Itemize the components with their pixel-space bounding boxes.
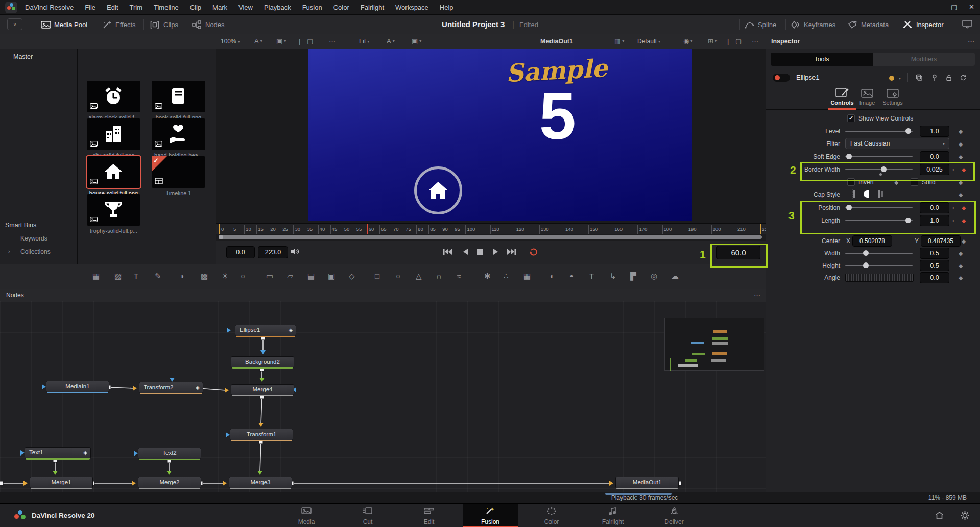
bender3d-tool-icon[interactable]: ↳ (610, 272, 616, 281)
menu-playback[interactable]: Playback (258, 0, 297, 15)
clip-thumbnail-alarm-clock-solid-f-[interactable] (87, 81, 140, 112)
nodes-options-icon[interactable]: ⋯ (754, 289, 760, 301)
toolbar-button-inspector[interactable]: Inspector (903, 15, 943, 34)
slider-thumb-width[interactable] (863, 250, 869, 256)
node-input-marker[interactable] (226, 432, 230, 437)
menu-file[interactable]: File (79, 0, 101, 15)
node-merge4[interactable]: Merge4 (231, 384, 294, 395)
fit-dropdown[interactable]: Fit▾ (359, 38, 369, 45)
particles-emitter-icon[interactable]: ✱ (484, 272, 491, 281)
clip-thumbnail-hand-holding-hea-[interactable] (152, 118, 205, 150)
node-ellipse1[interactable]: Ellipse1◈ (235, 325, 296, 336)
project-home-icon[interactable] (935, 511, 944, 520)
node-merge1[interactable]: Merge1 (30, 477, 93, 488)
bin-item-keywords[interactable]: Keywords (20, 235, 47, 242)
clip-thumbnail-timeline-1[interactable]: ✓ (152, 156, 205, 188)
value-field-angle[interactable]: 0.0 (920, 272, 949, 283)
render-start-field[interactable]: 0.0 (226, 246, 255, 258)
slider-track-width[interactable] (845, 253, 913, 254)
last-frame-button[interactable] (507, 248, 516, 255)
page-tab-color[interactable]: Color (524, 504, 579, 527)
nodes-minimap[interactable] (664, 318, 764, 371)
slider-thumb-height[interactable] (863, 262, 869, 268)
viewer-more-icon[interactable]: ⋯ (752, 38, 758, 44)
menu-workspace[interactable]: Workspace (390, 0, 434, 15)
slider-track-level[interactable] (845, 131, 913, 132)
settings-gear-icon[interactable] (960, 511, 970, 520)
slider-thumb-level[interactable] (905, 128, 911, 134)
brightness-tool-icon[interactable]: ▩ (201, 272, 208, 281)
particles-render-icon[interactable]: ▦ (523, 272, 531, 281)
slider-thumb-soft-edge[interactable] (846, 154, 852, 159)
node-input-marker[interactable] (170, 378, 175, 382)
bspline-mask-icon[interactable]: ▱ (287, 272, 293, 281)
angle-thumbwheel[interactable] (845, 274, 914, 282)
center-x-field[interactable]: 0.502078 (852, 235, 892, 247)
toolbar-button-metadata[interactable]: Metadata (848, 15, 889, 34)
ellipse-mask-icon[interactable]: ○ (396, 272, 400, 280)
menu-color[interactable]: Color (328, 0, 355, 15)
menu-clip[interactable]: Clip (184, 0, 207, 15)
cap-style-square-button[interactable] (876, 189, 885, 199)
keyframe-icon[interactable]: ◆ (959, 262, 963, 269)
clip-thumbnail-book-solid-full-png[interactable] (152, 81, 205, 112)
render-end-field[interactable]: 223.0 (258, 246, 288, 258)
timeline-ruler[interactable]: 0510152025303540455055606570758085909510… (216, 223, 766, 234)
checkbox-show-view-controls[interactable]: ✓ (847, 114, 855, 122)
minimize-button[interactable]: – (933, 3, 937, 11)
center-y-field[interactable]: 0.487435 (921, 235, 961, 247)
triangle-mask-icon[interactable]: △ (416, 272, 422, 281)
menu-fusion[interactable]: Fusion (297, 0, 328, 15)
menu-trim[interactable]: Trim (124, 0, 149, 15)
background-tool-icon[interactable]: ▦ (92, 272, 100, 281)
split-view-icon[interactable]: ▢ (307, 38, 313, 44)
blur-tool-icon[interactable]: ○ (241, 272, 245, 280)
slider-track-soft-edge[interactable] (845, 156, 913, 157)
renderer3d-tool-icon[interactable]: ☁ (671, 272, 679, 281)
node-input-marker[interactable] (227, 328, 231, 333)
dropdown-filter[interactable]: Fast Gaussian▾ (845, 138, 949, 149)
arc-mask-icon[interactable]: ∩ (436, 272, 442, 280)
keyframe-icon[interactable]: ◆ (959, 275, 963, 281)
keyframe-icon[interactable]: ◆ (959, 191, 963, 198)
channel-dropdown[interactable]: ◉▾ (683, 38, 692, 44)
menu-fairlight[interactable]: Fairlight (355, 0, 390, 15)
node-background2[interactable]: Background2 (231, 356, 294, 368)
clip-thumbnail-trophy-solid-full-p-[interactable] (87, 194, 140, 226)
particles-merge-icon[interactable]: ∴ (504, 272, 509, 281)
layout-dropdown[interactable]: ▦▾ (614, 38, 624, 44)
node-transform1[interactable]: Transform1 (230, 429, 293, 440)
playhead[interactable] (367, 224, 368, 234)
node-merge2[interactable]: Merge2 (138, 477, 201, 488)
menu-edit[interactable]: Edit (101, 0, 124, 15)
ellipse-overlay[interactable] (414, 166, 462, 214)
speaker-icon[interactable] (291, 248, 299, 255)
page-tab-fairlight[interactable]: Fairlight (585, 504, 640, 527)
menu-timeline[interactable]: Timeline (148, 0, 184, 15)
node-graph[interactable]: Ellipse1◈Background2MediaIn1Transform2◈M… (0, 301, 766, 492)
square-mask-icon[interactable]: □ (375, 272, 379, 280)
value-field-height[interactable]: 0.5 (920, 260, 949, 271)
text3d-tool-icon[interactable]: T (589, 272, 594, 280)
shape3d-tool-icon[interactable]: ◓ (569, 272, 574, 280)
page-tab-media[interactable]: Media (279, 504, 334, 527)
node-input-marker[interactable] (42, 384, 46, 389)
zoom-level-dropdown[interactable]: 100%▾ (221, 38, 240, 45)
bin-item-master[interactable]: Master (0, 49, 77, 60)
expand-icon[interactable]: ▢ (735, 38, 742, 44)
bin-item-collections[interactable]: Collections (20, 248, 51, 255)
view-mode-dropdown[interactable]: ▣▾ (276, 38, 286, 44)
keyframe-icon[interactable]: ◆ (959, 250, 963, 257)
mask-paint-icon[interactable]: ▣ (328, 272, 335, 281)
loop-button[interactable] (529, 247, 538, 256)
slider-track-height[interactable] (845, 265, 913, 266)
stop-button[interactable] (477, 249, 483, 255)
cap-style-round-button[interactable] (863, 189, 872, 199)
page-tab-fusion[interactable]: Fusion (463, 504, 518, 527)
wand-mask-icon[interactable]: ≈ (457, 272, 461, 280)
polygon-mask-icon[interactable]: ◇ (349, 272, 355, 281)
keyframe-icon[interactable]: ◆ (959, 141, 963, 148)
viewer-options-icon[interactable]: ⋯ (329, 38, 336, 44)
text-tool-icon[interactable]: T (134, 272, 138, 280)
view-mode2-dropdown[interactable]: ▣▾ (412, 38, 421, 44)
